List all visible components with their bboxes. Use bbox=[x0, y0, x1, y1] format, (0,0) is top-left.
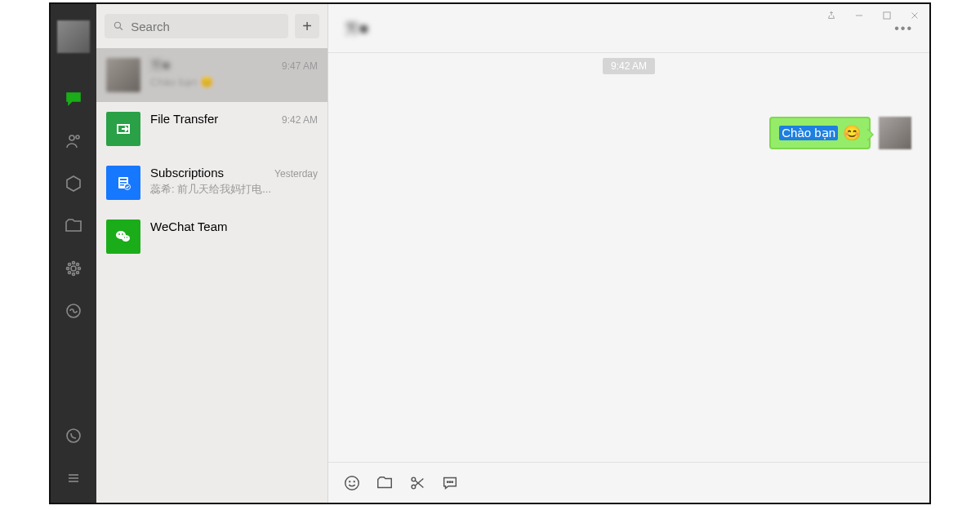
conversation-name: Subscriptions bbox=[150, 166, 224, 180]
close-icon[interactable] bbox=[908, 9, 921, 22]
message-row: Chào bạn 😊 bbox=[346, 117, 911, 149]
svg-point-41 bbox=[448, 481, 448, 481]
message-bubble[interactable]: Chào bạn 😊 bbox=[769, 117, 871, 149]
conversation-item[interactable]: File Transfer 9:42 AM bbox=[96, 102, 327, 156]
svg-point-4 bbox=[69, 135, 74, 140]
conversation-name: 芳■ bbox=[150, 58, 170, 73]
svg-point-29 bbox=[122, 235, 130, 242]
svg-rect-24 bbox=[120, 179, 127, 180]
svg-line-21 bbox=[120, 28, 122, 30]
message-text: Chào bạn bbox=[779, 126, 838, 140]
miniprogram-tab-icon[interactable] bbox=[64, 301, 83, 321]
conversation-avatar bbox=[106, 166, 140, 200]
conversation-list: + 芳■ 9:47 AM Chào bạn 😊 bbox=[96, 4, 328, 503]
conversation-avatar bbox=[106, 220, 140, 254]
chat-tab-icon[interactable] bbox=[64, 89, 83, 109]
chat-input-toolbar bbox=[328, 462, 929, 503]
svg-rect-26 bbox=[120, 184, 124, 186]
files-tab-icon[interactable] bbox=[64, 216, 83, 236]
conversation-avatar bbox=[106, 112, 140, 146]
folder-icon[interactable] bbox=[376, 474, 394, 492]
svg-point-5 bbox=[76, 135, 79, 139]
svg-point-32 bbox=[124, 237, 125, 237]
svg-point-12 bbox=[77, 264, 79, 266]
conversation-name: File Transfer bbox=[150, 112, 218, 126]
chat-panel: 芳■ ••• 9:42 AM Chào bạn 😊 bbox=[328, 4, 929, 503]
svg-point-33 bbox=[127, 237, 127, 237]
emoji-icon[interactable] bbox=[343, 474, 361, 492]
chat-messages: 9:42 AM Chào bạn 😊 bbox=[328, 53, 929, 462]
svg-point-16 bbox=[67, 429, 80, 442]
svg-point-8 bbox=[73, 273, 75, 276]
chat-more-icon[interactable]: ••• bbox=[894, 21, 913, 36]
search-input[interactable] bbox=[131, 20, 280, 33]
svg-point-38 bbox=[412, 477, 416, 481]
minimize-icon[interactable] bbox=[853, 9, 866, 22]
chat-title: 芳■ bbox=[345, 19, 368, 38]
phone-tab-icon[interactable] bbox=[64, 426, 83, 446]
my-avatar[interactable] bbox=[57, 20, 90, 53]
conversation-item[interactable]: WeChat Team bbox=[96, 210, 327, 264]
svg-point-34 bbox=[345, 476, 359, 490]
conversation-avatar bbox=[106, 58, 140, 92]
moments-tab-icon[interactable] bbox=[64, 259, 83, 278]
search-bar: + bbox=[96, 4, 327, 48]
favorites-tab-icon[interactable] bbox=[64, 174, 83, 193]
contacts-tab-icon[interactable] bbox=[64, 131, 83, 151]
svg-point-42 bbox=[449, 481, 450, 481]
message-emoji: 😊 bbox=[843, 124, 861, 142]
conversation-time: Yesterday bbox=[274, 168, 318, 180]
conversation-item[interactable]: 芳■ 9:47 AM Chào bạn 😊 bbox=[96, 48, 327, 102]
more-tab-icon[interactable] bbox=[64, 468, 83, 488]
svg-point-43 bbox=[452, 481, 452, 481]
svg-point-20 bbox=[114, 22, 120, 28]
timestamp-pill: 9:42 AM bbox=[603, 58, 655, 74]
pin-icon[interactable] bbox=[825, 9, 838, 22]
svg-point-31 bbox=[122, 233, 123, 235]
svg-point-9 bbox=[67, 268, 69, 270]
add-button[interactable]: + bbox=[295, 14, 319, 38]
wechat-window: + 芳■ 9:47 AM Chào bạn 😊 bbox=[49, 2, 931, 504]
svg-point-36 bbox=[354, 481, 354, 481]
window-controls bbox=[825, 9, 921, 22]
svg-point-10 bbox=[78, 268, 81, 270]
conversation-preview: 蕊希: 前几天给我妈打电... bbox=[150, 182, 318, 197]
svg-point-30 bbox=[118, 233, 120, 235]
left-rail bbox=[51, 4, 96, 503]
svg-point-35 bbox=[350, 481, 350, 481]
conversation-preview: Chào bạn 😊 bbox=[150, 76, 318, 88]
svg-point-13 bbox=[69, 272, 71, 274]
scissors-icon[interactable] bbox=[408, 474, 426, 492]
svg-point-6 bbox=[71, 266, 76, 271]
svg-rect-25 bbox=[120, 182, 127, 184]
search-input-wrap[interactable] bbox=[105, 14, 288, 38]
conversation-name: WeChat Team bbox=[150, 220, 228, 233]
svg-point-37 bbox=[412, 485, 416, 489]
svg-point-11 bbox=[69, 264, 71, 266]
svg-rect-1 bbox=[884, 12, 890, 19]
maximize-icon[interactable] bbox=[880, 9, 893, 22]
conversation-item[interactable]: Subscriptions Yesterday 蕊希: 前几天给我妈打电... bbox=[96, 156, 327, 210]
svg-point-7 bbox=[73, 262, 75, 264]
conversation-time: 9:47 AM bbox=[282, 60, 318, 72]
chat-log-icon[interactable] bbox=[441, 474, 459, 492]
message-avatar[interactable] bbox=[879, 117, 911, 149]
svg-point-14 bbox=[77, 272, 79, 274]
search-icon bbox=[113, 20, 124, 33]
conversation-time: 9:42 AM bbox=[282, 114, 318, 126]
